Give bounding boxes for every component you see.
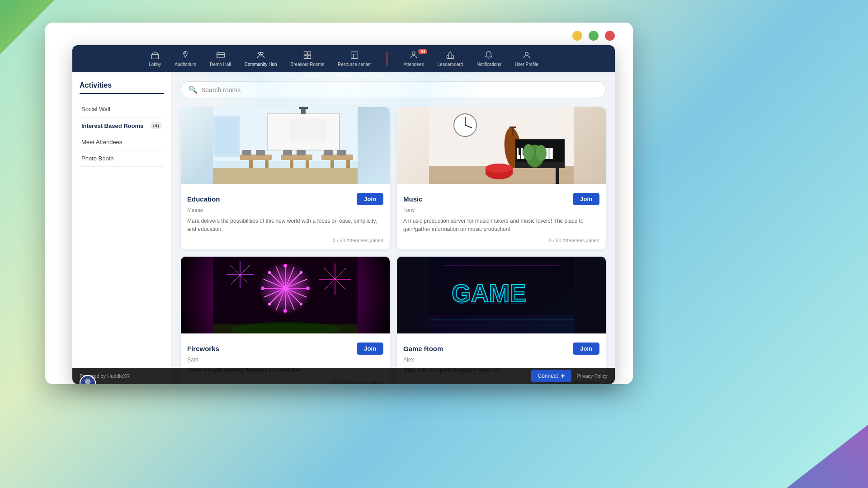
nav-label-leaderboard: Leaderboard (437, 62, 463, 67)
svg-rect-9 (308, 56, 311, 59)
nav-item-auditorium[interactable]: Auditorium (175, 51, 196, 67)
nav-item-leaderboard[interactable]: Leaderboard (437, 51, 463, 67)
room-header-game: Game Room Join (403, 343, 599, 355)
svg-rect-52 (512, 127, 514, 136)
interest-based-rooms-badge: (4) (150, 122, 162, 129)
room-card-fireworks[interactable]: Fireworks Join Sam Celebrate with amazin… (181, 257, 390, 384)
nav-label-notifications: Notifications (476, 62, 501, 67)
svg-rect-38 (213, 168, 358, 184)
connect-button[interactable]: Connect + (531, 370, 571, 382)
room-host-education: Minnie (187, 207, 383, 213)
room-attendees-education: 0 / 50 Attendees joined (187, 238, 383, 243)
svg-point-74 (536, 145, 547, 161)
room-image-education (181, 107, 390, 184)
room-image-fireworks (181, 257, 390, 333)
nav-label-lobby: Lobby (149, 62, 161, 67)
svg-point-5 (261, 52, 263, 54)
nav-label-resource-center: Resource center (338, 62, 371, 67)
svg-rect-136 (429, 257, 574, 333)
svg-rect-30 (330, 160, 334, 169)
nav-item-lobby[interactable]: Lobby (149, 51, 161, 67)
svg-rect-39 (299, 107, 308, 109)
svg-rect-24 (249, 160, 253, 169)
svg-rect-27 (290, 160, 293, 169)
nav-item-breakout-rooms[interactable]: Breakout Rooms (291, 51, 324, 67)
room-host-game: Alex (403, 357, 599, 363)
svg-rect-65 (519, 148, 521, 155)
svg-rect-53 (509, 127, 516, 128)
svg-rect-64 (549, 148, 553, 159)
main-content: Activities Social Wall Interest Based Ro… (72, 72, 615, 384)
room-card-education[interactable]: Education Join Minnie Mara delivers the … (181, 107, 390, 249)
svg-rect-25 (265, 160, 269, 169)
connect-plus-icon: + (561, 372, 565, 380)
svg-rect-33 (256, 150, 265, 155)
room-card-game[interactable]: GAME GAME GAME (397, 257, 606, 384)
nav-item-community-hub[interactable]: Community Hub (245, 51, 277, 67)
room-name-education: Education (187, 195, 220, 203)
dot-red-outer (605, 31, 615, 41)
svg-rect-6 (304, 52, 307, 55)
svg-rect-10 (351, 52, 358, 59)
demo-hall-icon (216, 51, 225, 61)
svg-rect-70 (556, 168, 559, 184)
join-button-music[interactable]: Join (573, 193, 599, 205)
nav-label-community-hub: Community Hub (245, 62, 277, 67)
browser-inner-chrome: Lobby Auditorium Demo Hall Community Hub… (72, 45, 615, 384)
svg-rect-28 (306, 160, 309, 169)
corner-decoration-br (732, 398, 868, 488)
room-name-music: Music (403, 195, 423, 203)
join-button-education[interactable]: Join (357, 193, 383, 205)
svg-rect-22 (290, 118, 326, 141)
rooms-area: 🔍 (172, 72, 615, 384)
sidebar-item-meet-attendees[interactable]: Meet Attendees (80, 134, 164, 150)
bottom-bar: Powered by HuddleXR Connect + Privacy Po… (72, 368, 615, 384)
breakout-rooms-icon (303, 51, 312, 61)
dot-yellow-outer (572, 31, 582, 41)
nav-label-breakout-rooms: Breakout Rooms (291, 62, 324, 67)
sidebar-item-interest-based-rooms[interactable]: Interest Based Rooms (4) (80, 117, 164, 134)
svg-point-13 (412, 52, 415, 55)
sidebar: Activities Social Wall Interest Based Ro… (72, 72, 172, 384)
room-body-music: Music Join Tony A music production serve… (397, 184, 606, 249)
nav-label-user-profile: User Profile (515, 62, 538, 67)
room-header-education: Education Join (187, 193, 383, 205)
nav-label-auditorium: Auditorium (175, 62, 196, 67)
nav-item-attendees[interactable]: 34 Attendees (403, 51, 424, 67)
svg-rect-35 (297, 150, 306, 155)
sidebar-title: Activities (80, 81, 164, 94)
leaderboard-icon (446, 51, 455, 61)
svg-rect-2 (217, 52, 224, 58)
room-host-music: Tony (403, 207, 599, 213)
dot-green-outer (589, 31, 599, 41)
svg-rect-40 (301, 109, 306, 114)
svg-rect-34 (283, 150, 292, 155)
community-hub-icon (256, 51, 265, 61)
join-button-fireworks[interactable]: Join (357, 343, 383, 355)
privacy-policy-link[interactable]: Privacy Policy (577, 373, 608, 379)
room-image-game: GAME GAME GAME (397, 257, 606, 333)
room-attendees-music: 0 / 50 Attendees joined (403, 238, 599, 243)
sidebar-item-social-wall[interactable]: Social Wall (80, 101, 164, 117)
sidebar-item-photo-booth[interactable]: Photo Booth (80, 150, 164, 167)
nav-item-demo-hall[interactable]: Demo Hall (210, 51, 231, 67)
nav-item-notifications[interactable]: Notifications (476, 51, 501, 67)
svg-point-4 (259, 52, 261, 54)
nav-item-user-profile[interactable]: User Profile (515, 51, 538, 67)
room-host-fireworks: Sam (187, 357, 383, 363)
svg-point-77 (486, 164, 513, 173)
svg-point-73 (523, 144, 534, 160)
svg-rect-32 (242, 150, 251, 155)
nav-label-demo-hall: Demo Hall (210, 62, 231, 67)
room-name-fireworks: Fireworks (187, 345, 219, 352)
sidebar-label-social-wall: Social Wall (81, 106, 110, 113)
connect-label: Connect (538, 373, 558, 379)
join-button-game[interactable]: Join (573, 343, 599, 355)
room-card-music[interactable]: Music Join Tony A music production serve… (397, 107, 606, 249)
svg-point-106 (258, 261, 312, 315)
auditorium-icon (181, 51, 190, 61)
nav-item-resource-center[interactable]: Resource center (338, 51, 371, 67)
search-input[interactable] (201, 86, 598, 94)
svg-rect-0 (151, 54, 158, 59)
room-header-music: Music Join (403, 193, 599, 205)
